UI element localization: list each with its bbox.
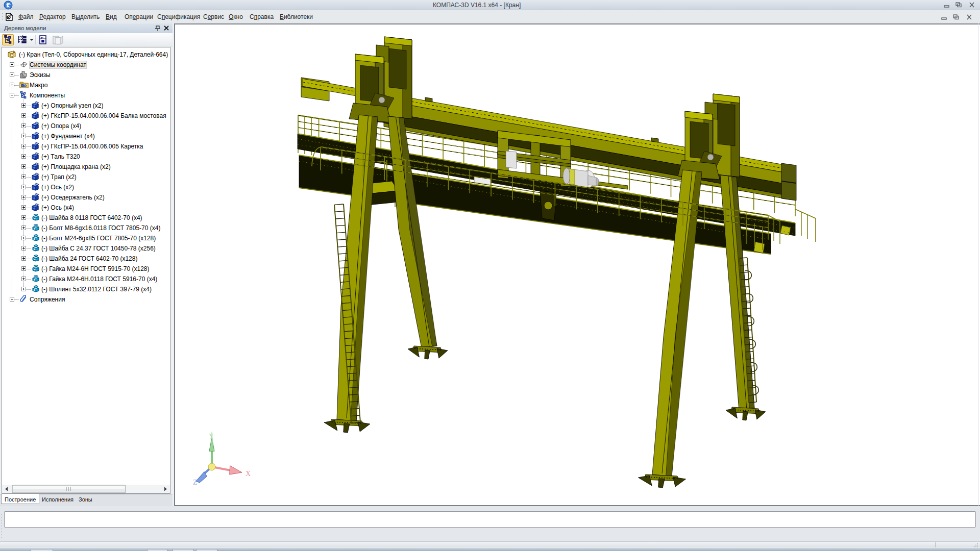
svg-text:Z: Z	[193, 479, 198, 486]
svg-text:X: X	[246, 470, 251, 478]
svg-text:Y: Y	[209, 433, 214, 440]
